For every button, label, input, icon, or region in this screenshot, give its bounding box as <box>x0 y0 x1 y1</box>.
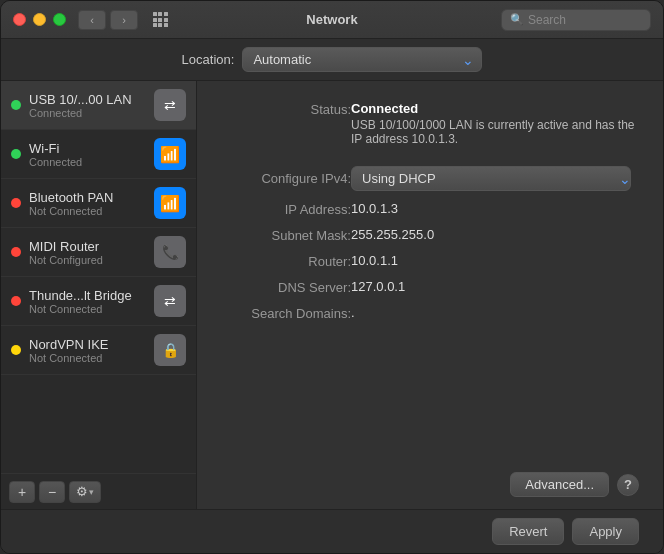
sidebar-name-thunderbolt: Thunde...lt Bridge <box>29 288 154 303</box>
lock-icon: 🔒 <box>162 342 179 358</box>
ip-address-row: IP Address: 10.0.1.3 <box>221 201 639 217</box>
ip-address-value: 10.0.1.3 <box>351 201 639 216</box>
search-icon: 🔍 <box>510 13 524 26</box>
sidebar-icon-usb-lan: ⇄ <box>154 89 186 121</box>
sidebar-name-midi: MIDI Router <box>29 239 154 254</box>
gear-icon: ⚙ <box>76 484 88 499</box>
configure-ipv4-select[interactable]: Using DHCP Manually Using BootP <box>351 166 631 191</box>
right-panel: Status: Connected USB 10/100/1000 LAN is… <box>197 81 663 509</box>
chevron-down-icon: ▾ <box>89 487 94 497</box>
thunderbolt-arrows-icon: ⇄ <box>164 293 176 309</box>
advanced-button[interactable]: Advanced... <box>510 472 609 497</box>
status-value: Connected <box>351 101 639 116</box>
grid-icon <box>153 12 168 27</box>
sidebar: USB 10/...00 LAN Connected ⇄ Wi-Fi Conne… <box>1 81 197 509</box>
sidebar-toolbar: + − ⚙ ▾ <box>1 473 196 509</box>
sidebar-icon-midi: 📞 <box>154 236 186 268</box>
traffic-lights <box>13 13 66 26</box>
configure-select-wrapper: Using DHCP Manually Using BootP ⌄ <box>351 166 639 191</box>
sidebar-item-usb-lan[interactable]: USB 10/...00 LAN Connected ⇄ <box>1 81 196 130</box>
sidebar-name-nordvpn: NordVPN IKE <box>29 337 154 352</box>
sidebar-status-usb-lan: Connected <box>29 107 154 119</box>
status-dot-thunderbolt <box>11 296 21 306</box>
search-input[interactable] <box>528 13 642 27</box>
sidebar-status-wifi: Connected <box>29 156 154 168</box>
sidebar-icon-thunderbolt: ⇄ <box>154 285 186 317</box>
status-dot-bluetooth <box>11 198 21 208</box>
configure-ipv4-row: Configure IPv4: Using DHCP Manually Usin… <box>221 166 639 191</box>
search-domains-value: . <box>351 305 639 320</box>
search-domains-label: Search Domains: <box>221 305 351 321</box>
sidebar-name-bluetooth: Bluetooth PAN <box>29 190 154 205</box>
bottom-row: Revert Apply <box>1 509 663 553</box>
sidebar-icon-bluetooth: 📶 <box>154 187 186 219</box>
search-box[interactable]: 🔍 <box>501 9 651 31</box>
sidebar-item-midi-router[interactable]: MIDI Router Not Configured 📞 <box>1 228 196 277</box>
nav-buttons: ‹ › <box>78 10 138 30</box>
status-dot-midi <box>11 247 21 257</box>
forward-button[interactable]: › <box>110 10 138 30</box>
location-select-wrapper: Automatic Custom Location Edit Locations… <box>242 47 482 72</box>
sidebar-status-nordvpn: Not Connected <box>29 352 154 364</box>
status-label: Status: <box>221 101 351 117</box>
location-label: Location: <box>182 52 235 67</box>
back-button[interactable]: ‹ <box>78 10 106 30</box>
gear-button[interactable]: ⚙ ▾ <box>69 481 101 503</box>
sidebar-item-nordvpn[interactable]: NordVPN IKE Not Connected 🔒 <box>1 326 196 375</box>
phone-icon: 📞 <box>162 244 179 260</box>
app-grid-button[interactable] <box>146 10 174 30</box>
titlebar: ‹ › Network 🔍 <box>1 1 663 39</box>
sidebar-icon-wifi: 📶 <box>154 138 186 170</box>
router-value: 10.0.1.1 <box>351 253 639 268</box>
status-dot-usb-lan <box>11 100 21 110</box>
sidebar-list: USB 10/...00 LAN Connected ⇄ Wi-Fi Conne… <box>1 81 196 473</box>
sidebar-status-midi: Not Configured <box>29 254 154 266</box>
dns-server-value: 127.0.0.1 <box>351 279 639 294</box>
minimize-button[interactable] <box>33 13 46 26</box>
sidebar-text-thunderbolt: Thunde...lt Bridge Not Connected <box>29 288 154 315</box>
status-row: Status: Connected USB 10/100/1000 LAN is… <box>221 101 639 146</box>
dns-server-label: DNS Server: <box>221 279 351 295</box>
sidebar-item-bluetooth-pan[interactable]: Bluetooth PAN Not Connected 📶 <box>1 179 196 228</box>
remove-icon: − <box>48 484 56 500</box>
subnet-mask-value: 255.255.255.0 <box>351 227 639 242</box>
forward-icon: › <box>122 14 126 26</box>
main-content: USB 10/...00 LAN Connected ⇄ Wi-Fi Conne… <box>1 81 663 509</box>
sidebar-text-midi: MIDI Router Not Configured <box>29 239 154 266</box>
sidebar-item-wifi[interactable]: Wi-Fi Connected 📶 <box>1 130 196 179</box>
apply-button[interactable]: Apply <box>572 518 639 545</box>
sidebar-text-bluetooth: Bluetooth PAN Not Connected <box>29 190 154 217</box>
add-icon: + <box>18 484 26 500</box>
dns-server-row: DNS Server: 127.0.0.1 <box>221 279 639 295</box>
remove-network-button[interactable]: − <box>39 481 65 503</box>
subnet-mask-row: Subnet Mask: 255.255.255.0 <box>221 227 639 243</box>
sidebar-text-usb-lan: USB 10/...00 LAN Connected <box>29 92 154 119</box>
location-select[interactable]: Automatic Custom Location Edit Locations… <box>242 47 482 72</box>
router-row: Router: 10.0.1.1 <box>221 253 639 269</box>
close-button[interactable] <box>13 13 26 26</box>
add-network-button[interactable]: + <box>9 481 35 503</box>
subnet-mask-label: Subnet Mask: <box>221 227 351 243</box>
bluetooth-icon: 📶 <box>160 194 180 213</box>
sidebar-status-bluetooth: Not Connected <box>29 205 154 217</box>
router-label: Router: <box>221 253 351 269</box>
window: ‹ › Network 🔍 Location: Automatic Custom… <box>0 0 664 554</box>
status-description: USB 10/100/1000 LAN is currently active … <box>351 118 639 146</box>
sidebar-text-nordvpn: NordVPN IKE Not Connected <box>29 337 154 364</box>
maximize-button[interactable] <box>53 13 66 26</box>
revert-button[interactable]: Revert <box>492 518 564 545</box>
sidebar-text-wifi: Wi-Fi Connected <box>29 141 154 168</box>
help-button[interactable]: ? <box>617 474 639 496</box>
wifi-icon: 📶 <box>160 145 180 164</box>
status-dot-wifi <box>11 149 21 159</box>
location-bar: Location: Automatic Custom Location Edit… <box>1 39 663 81</box>
sidebar-item-thunderbolt[interactable]: Thunde...lt Bridge Not Connected ⇄ <box>1 277 196 326</box>
window-title: Network <box>306 12 357 27</box>
arrows-icon: ⇄ <box>164 97 176 113</box>
status-dot-nordvpn <box>11 345 21 355</box>
back-icon: ‹ <box>90 14 94 26</box>
sidebar-icon-nordvpn: 🔒 <box>154 334 186 366</box>
search-domains-row: Search Domains: . <box>221 305 639 321</box>
configure-ipv4-label: Configure IPv4: <box>221 171 351 186</box>
sidebar-name-wifi: Wi-Fi <box>29 141 154 156</box>
